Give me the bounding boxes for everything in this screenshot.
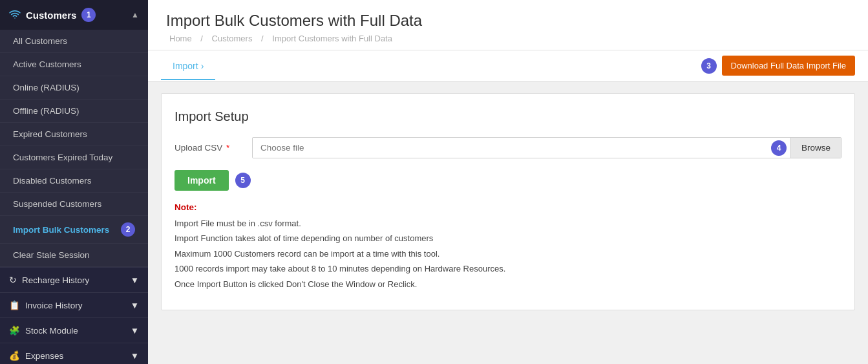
breadcrumb-home[interactable]: Home [169, 34, 192, 43]
page-header: Import Bulk Customers with Full Data Hom… [148, 0, 868, 50]
note-text: Import File must be in .csv format. Impo… [175, 216, 842, 292]
breadcrumb: Home / Customers / Import Customers with… [166, 34, 850, 43]
import-setup-title: Import Setup [175, 109, 842, 124]
note-line-1: Import File must be in .csv format. [175, 216, 842, 231]
sidebar-section-invoice-history[interactable]: 📋 Invoice History ▼ [0, 292, 148, 317]
sidebar: Customers 1 ▲ All Customers Active Custo… [0, 0, 148, 364]
breadcrumb-current: Import Customers with Full Data [272, 34, 392, 43]
money-icon: 💰 [9, 350, 20, 361]
invoice-history-label: Invoice History [25, 301, 83, 310]
reload-icon: ↻ [9, 275, 17, 285]
download-badge: 3 [701, 58, 717, 74]
tab-bar: Import › 3 Download Full Data Import Fil… [148, 50, 868, 81]
import-bulk-badge: 2 [121, 222, 135, 237]
sidebar-item-import-bulk-customers[interactable]: Import Bulk Customers 2 [0, 216, 148, 244]
import-setup-card: Import Setup Upload CSV * 4 Browse Impor… [161, 93, 855, 310]
sidebar-item-suspended-customers[interactable]: Suspended Customers [0, 193, 148, 216]
note-line-4: 1000 records import may take about 8 to … [175, 261, 842, 276]
file-input[interactable] [253, 138, 767, 158]
note-line-2: Import Function takes alot of time depen… [175, 231, 842, 246]
puzzle-icon: 🧩 [9, 325, 20, 336]
wifi-icon [9, 8, 21, 22]
invoice-icon: 📋 [9, 300, 20, 310]
page-title: Import Bulk Customers with Full Data [166, 12, 850, 30]
sidebar-nav: All Customers Active Customers Online (R… [0, 30, 148, 267]
file-input-group: 4 Browse [252, 137, 842, 158]
chevron-down-icon-4: ▼ [131, 351, 139, 361]
tab-arrow-icon: › [201, 61, 204, 71]
sidebar-item-active-customers[interactable]: Active Customers [0, 53, 148, 76]
sidebar-item-offline-radius[interactable]: Offline (RADIUS) [0, 100, 148, 123]
recharge-history-label: Recharge History [22, 275, 89, 285]
sidebar-item-customers-expired-today[interactable]: Customers Expired Today [0, 146, 148, 169]
content-area: Import › 3 Download Full Data Import Fil… [148, 50, 868, 364]
note-line-3: Maximum 1000 Customers record can be imp… [175, 246, 842, 261]
sidebar-section-stock-module[interactable]: 🧩 Stock Module ▼ [0, 317, 148, 343]
breadcrumb-sep-1: / [200, 34, 203, 43]
note-label: Note: [175, 202, 842, 212]
chevron-down-icon-2: ▼ [131, 301, 139, 310]
sidebar-item-all-customers[interactable]: All Customers [0, 30, 148, 53]
sidebar-item-clear-stale-session[interactable]: Clear Stale Session [0, 244, 148, 267]
stock-module-label: Stock Module [25, 326, 78, 336]
file-input-badge: 4 [771, 140, 787, 156]
note-line-5: Once Import Button is clicked Don't Clos… [175, 277, 842, 292]
upload-csv-label: Upload CSV * [175, 143, 252, 153]
svg-point-0 [14, 17, 16, 19]
breadcrumb-customers[interactable]: Customers [212, 34, 253, 43]
tab-import[interactable]: Import › [161, 52, 215, 80]
sidebar-item-online-radius[interactable]: Online (RADIUS) [0, 76, 148, 100]
import-bulk-label: Import Bulk Customers [13, 225, 109, 235]
sidebar-section-expenses[interactable]: 💰 Expenses ▼ [0, 343, 148, 364]
breadcrumb-sep-2: / [261, 34, 264, 43]
chevron-down-icon: ▼ [131, 275, 139, 285]
sidebar-item-disabled-customers[interactable]: Disabled Customers [0, 169, 148, 193]
chevron-up-icon: ▲ [131, 10, 139, 19]
import-button[interactable]: Import [175, 170, 229, 191]
import-btn-row: Import 5 [175, 170, 842, 191]
sidebar-badge: 1 [81, 8, 96, 22]
tab-bar-actions: 3 Download Full Data Import File [701, 56, 855, 76]
expenses-label: Expenses [25, 351, 63, 361]
download-full-data-button[interactable]: Download Full Data Import File [722, 56, 855, 76]
main-content: Import Bulk Customers with Full Data Hom… [148, 0, 868, 364]
tab-list: Import › [161, 52, 215, 80]
sidebar-section-recharge-history[interactable]: ↻ Recharge History ▼ [0, 267, 148, 292]
browse-button[interactable]: Browse [790, 138, 841, 158]
tab-import-label: Import [173, 61, 198, 71]
import-btn-badge: 5 [235, 173, 251, 188]
sidebar-header[interactable]: Customers 1 ▲ [0, 0, 148, 30]
sidebar-title: Customers [26, 10, 76, 21]
required-star: * [226, 143, 229, 153]
sidebar-item-expired-customers[interactable]: Expired Customers [0, 123, 148, 146]
upload-csv-row: Upload CSV * 4 Browse [175, 137, 842, 158]
chevron-down-icon-3: ▼ [131, 326, 139, 336]
